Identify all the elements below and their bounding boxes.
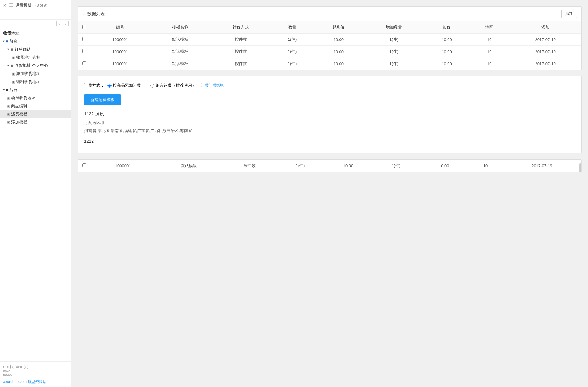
cell-base-price: 10.00	[323, 160, 373, 172]
page-icon: ▣	[7, 112, 10, 116]
sidebar-item-houtai[interactable]: ▼ ■ 后台	[0, 86, 71, 94]
blue-square-icon: ■	[6, 39, 8, 44]
section-label: 收货地址	[0, 28, 71, 37]
page-icon: ▣	[10, 64, 13, 68]
option2-label[interactable]: 组合运费（推荐使用）	[150, 83, 196, 88]
data-table-header: ≡ 数据列表 添加	[78, 7, 581, 21]
cell-surcharge: 10.00	[424, 46, 469, 58]
and-text: and	[16, 365, 22, 369]
data-table-section: ≡ 数据列表 添加 编号 模板名称 计价方式 数量 起步价 增加数量 加价 地区…	[78, 6, 582, 70]
cell-checkbox	[78, 160, 90, 172]
cell-add-quantity: 1(件)	[364, 46, 424, 58]
sidebar-item-yunfei[interactable]: ▣ 运费模板	[0, 110, 71, 118]
sidebar-item-edit-shouhuodizhi[interactable]: ▣ 编辑收货地址	[0, 78, 71, 86]
cell-surcharge: 10.00	[419, 160, 469, 172]
dark-square-icon: ■	[6, 88, 8, 92]
row-checkbox[interactable]	[82, 163, 86, 167]
page-icon: ▣	[7, 96, 10, 100]
option2-radio[interactable]	[150, 84, 154, 88]
watermark-link[interactable]: axurehub.com 原型资源站	[3, 380, 46, 384]
next-key-box: ›	[24, 365, 28, 369]
sidebar-item-label: 收货地址选择	[16, 55, 40, 60]
template-card: 1122-测试 可配送区域 河南省,湖北省,湖南省,福建省,广东省,广西壮族自治…	[84, 111, 575, 144]
cell-pricing: 按件数	[211, 58, 271, 70]
prev-key-box: ‹	[10, 365, 15, 369]
col-name: 模板名称	[150, 21, 211, 34]
cell-pricing: 按件数	[222, 160, 277, 172]
cell-id: 1000001	[90, 34, 150, 46]
sidebar-item-qiantai[interactable]: ▼ ■ 前台	[0, 37, 71, 45]
row-checkbox[interactable]	[82, 61, 86, 65]
option2-text: 组合运费（推荐使用）	[156, 83, 196, 88]
page-info: (8 of 9)	[35, 3, 47, 7]
sidebar-item-huiyuan[interactable]: ▣ 会员收货地址	[0, 94, 71, 102]
row-checkbox[interactable]	[82, 37, 86, 41]
option1-label[interactable]: 按商品累加运费	[107, 83, 141, 88]
table-row: 1000001 默认模板 按件数 1(件) 10.00 1(件) 10.00 1…	[78, 58, 581, 70]
sidebar-title: 运费模板	[16, 2, 32, 8]
menu-icon[interactable]: ☰	[9, 2, 13, 8]
cell-pricing: 按件数	[211, 34, 271, 46]
sidebar-item-dingdan[interactable]: ▼ ▣ 订单确认	[0, 45, 71, 53]
arrow-icon: ▼	[2, 88, 5, 91]
freight-method-row: 计费方式： 按商品累加运费 组合运费（推荐使用） 运费计费规则	[84, 83, 575, 88]
rules-link[interactable]: 运费计费规则	[201, 83, 225, 88]
page-icon: ▣	[12, 56, 15, 60]
close-icon[interactable]: ✕	[3, 3, 7, 8]
cell-add-time: 2017-07-19	[509, 46, 581, 58]
sidebar-item-shouhuodizhi-xuanze[interactable]: ▣ 收货地址选择	[0, 53, 71, 62]
cell-surcharge: 10.00	[424, 58, 469, 70]
delivery-area-label: 可配送区域	[84, 120, 575, 126]
sidebar-item-shangpin[interactable]: ▣ 商品编辑	[0, 102, 71, 110]
add-button[interactable]: 添加	[561, 10, 577, 18]
new-template-button[interactable]: 新建运费模板	[84, 94, 121, 105]
cell-name: 默认模板	[150, 34, 211, 46]
cell-checkbox	[78, 46, 90, 58]
cell-checkbox	[78, 58, 90, 70]
row-checkbox[interactable]	[82, 49, 86, 53]
arrow-icon: ▼	[2, 40, 5, 43]
cell-base-price: 10.00	[313, 34, 364, 46]
sidebar-item-tianjia[interactable]: ▣ 添加模板	[0, 118, 71, 126]
cell-add-quantity: 1(件)	[364, 34, 424, 46]
cell-id: 1000001	[90, 160, 156, 172]
sidebar-item-label: 编辑收货地址	[16, 79, 40, 85]
sidebar-item-label: 运费模板	[11, 111, 27, 117]
page-icon: ▣	[12, 72, 15, 76]
cell-quantity: 1(件)	[271, 34, 313, 46]
nav-prev-button[interactable]: ‹	[56, 21, 62, 26]
freight-section: 计费方式： 按商品累加运费 组合运费（推荐使用） 运费计费规则 新建运费模板 1…	[78, 76, 582, 153]
cell-name: 默认模板	[156, 160, 222, 172]
sidebar-item-shouhuodizhi-geren[interactable]: ▼ ▣ 收货地址-个人中心	[0, 62, 71, 70]
nav-next-button[interactable]: ›	[63, 21, 69, 26]
cell-region: 10	[469, 160, 502, 172]
bottom-data-table: 1000001 默认模板 按件数 1(件) 10.00 1(件) 10.00 1…	[78, 160, 581, 172]
arrow-icon: ▼	[7, 48, 10, 51]
data-table: 编号 模板名称 计价方式 数量 起步价 增加数量 加价 地区 添加 100000…	[78, 21, 581, 70]
cell-name: 默认模板	[150, 58, 211, 70]
col-checkbox	[78, 21, 90, 34]
cell-quantity: 1(件)	[271, 46, 313, 58]
search-bar	[0, 11, 71, 20]
sidebar-item-label: 前台	[9, 39, 17, 44]
delivery-area-regions: 河南省,湖北省,湖南省,福建省,广东省,广西壮族自治区,海南省	[84, 128, 575, 134]
option1-radio[interactable]	[107, 84, 112, 88]
cell-base-price: 10.00	[313, 58, 364, 70]
col-pricing: 计价方式	[211, 21, 271, 34]
arrow-icon: ▼	[7, 64, 10, 67]
sidebar-item-label: 添加收货地址	[16, 71, 40, 76]
sidebar-item-label: 添加模板	[11, 119, 27, 125]
select-all-checkbox[interactable]	[82, 25, 86, 29]
col-base-price: 起步价	[313, 21, 364, 34]
table-row: 1000001 默认模板 按件数 1(件) 10.00 1(件) 10.00 1…	[78, 34, 581, 46]
page-icon: ▣	[7, 120, 10, 124]
col-surcharge: 加价	[424, 21, 469, 34]
col-quantity: 数量	[271, 21, 313, 34]
search-input[interactable]	[2, 13, 69, 17]
scrollbar[interactable]	[579, 163, 581, 172]
sidebar-item-add-shouhuodizhi[interactable]: ▣ 添加收货地址	[0, 70, 71, 78]
table-header-row: 编号 模板名称 计价方式 数量 起步价 增加数量 加价 地区 添加	[78, 21, 581, 34]
template-id: 1212	[84, 139, 575, 144]
cell-add-time: 2017-07-19	[509, 58, 581, 70]
cell-add-quantity: 1(件)	[373, 160, 419, 172]
